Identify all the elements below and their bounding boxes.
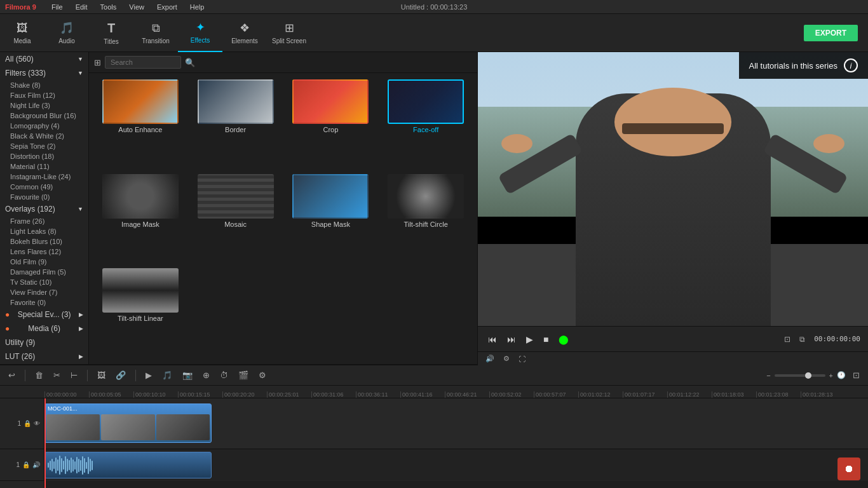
play-timeline-button[interactable]: ▶: [142, 369, 155, 381]
eye-icon[interactable]: 👁: [34, 420, 40, 427]
effect-item-crop[interactable]: Crop: [286, 79, 376, 169]
filter-favourite[interactable]: Favourite (0): [0, 192, 88, 202]
undo-button[interactable]: ↩: [5, 369, 18, 381]
delete-button[interactable]: 🗑: [32, 369, 46, 381]
cut-button[interactable]: ✂: [50, 369, 64, 381]
media-section-header[interactable]: ● Media (6) ▶: [0, 322, 88, 336]
toolbar-effects[interactable]: ✦ Effects: [178, 14, 222, 52]
overlay-tv-static[interactable]: Tv Static (10): [0, 277, 88, 287]
record-bottom-button[interactable]: ⏺: [837, 458, 860, 480]
playhead[interactable]: [44, 398, 46, 488]
toolbar-elements[interactable]: ❖ Elements: [222, 14, 267, 52]
stop-button[interactable]: ■: [541, 332, 551, 347]
wave-bar-17: [80, 460, 81, 471]
menu-edit[interactable]: Edit: [73, 3, 90, 11]
overlay-lens-flares[interactable]: Lens Flares (12): [0, 247, 88, 257]
special-ev-section-header[interactable]: ● Special Ev... (3) ▶: [0, 308, 88, 322]
search-input[interactable]: [105, 56, 181, 69]
lut-section-header[interactable]: LUT (26) ▶: [0, 349, 88, 363]
toolbar-titles[interactable]: T Titles: [89, 14, 133, 52]
menu-export[interactable]: Export: [154, 3, 180, 11]
record-button[interactable]: ⬤: [556, 332, 571, 347]
camera-button[interactable]: 📷: [179, 369, 196, 381]
video-clip[interactable]: MOC-001...: [44, 403, 212, 443]
split-button[interactable]: ⊢: [67, 369, 81, 381]
audio-clip[interactable]: [44, 452, 212, 478]
speed-button[interactable]: ⏱: [217, 369, 231, 381]
effect-item-image-mask[interactable]: Image Mask: [95, 174, 186, 264]
audio-mute-icon[interactable]: 🔊: [32, 461, 40, 468]
filter-timeline-button[interactable]: ⊕: [200, 369, 213, 381]
zoom-fit-button[interactable]: ⊡: [850, 369, 863, 381]
filter-black-white[interactable]: Black & White (2): [0, 131, 88, 141]
filter-faux-film[interactable]: Faux Film (12): [0, 90, 88, 100]
grid-view-icon[interactable]: ⊞: [94, 58, 101, 67]
play-button[interactable]: ▶: [524, 332, 536, 347]
filter-background-blur[interactable]: Background Blur (16): [0, 111, 88, 121]
all-section-header[interactable]: All (560) ▼: [0, 52, 88, 66]
menu-tools[interactable]: Tools: [98, 3, 119, 11]
overlay-damaged-film[interactable]: Damaged Film (5): [0, 267, 88, 277]
filters-section-header[interactable]: Filters (333) ▼: [0, 66, 88, 80]
overlay-old-film[interactable]: Old Film (9): [0, 257, 88, 267]
filter-distortion[interactable]: Distortion (18): [0, 151, 88, 161]
wave-bar-18: [82, 456, 83, 475]
effect-item-tilt-shift-linear[interactable]: Tilt-shift Linear: [95, 268, 186, 358]
filter-shake[interactable]: Shake (8): [0, 80, 88, 90]
filter-material[interactable]: Material (11): [0, 161, 88, 172]
lock-icon[interactable]: 🔒: [24, 420, 31, 427]
ruler-mark-12: 00:01:02:12: [578, 391, 623, 398]
wave-bar-23: [92, 461, 93, 470]
toolbar-titles-label: Titles: [104, 38, 119, 45]
effect-item-tilt-shift-circle[interactable]: Tilt-shift Circle: [381, 174, 471, 264]
export-button[interactable]: EXPORT: [804, 25, 858, 41]
audio-waveform: [45, 452, 211, 478]
add-media-button[interactable]: 🖼: [94, 369, 109, 381]
zoom-slider[interactable]: [775, 374, 825, 377]
menu-view[interactable]: View: [126, 3, 147, 11]
menu-file[interactable]: File: [49, 3, 65, 11]
overlays-section-header[interactable]: Overlays (192) ▼: [0, 202, 88, 216]
toolbar-audio[interactable]: 🎵 Audio: [44, 14, 89, 52]
utility-section-header[interactable]: Utility (9): [0, 336, 88, 349]
audio-lock-icon[interactable]: 🔒: [22, 461, 30, 468]
filter-instagram-like[interactable]: Instagram-Like (24): [0, 172, 88, 182]
left-panel: All (560) ▼ Filters (333) ▼ Shake (8) Fa…: [0, 52, 89, 364]
info-icon[interactable]: i: [844, 58, 858, 72]
search-icon[interactable]: 🔍: [185, 58, 195, 67]
overlay-light-leaks[interactable]: Light Leaks (8): [0, 226, 88, 236]
overlay-frame[interactable]: Frame (26): [0, 216, 88, 226]
settings-button[interactable]: ⚙: [501, 353, 512, 364]
zoom-handle[interactable]: [805, 372, 811, 379]
menu-help[interactable]: Help: [187, 3, 207, 11]
toolbar-separator-3: [135, 370, 136, 381]
toolbar-split-screen[interactable]: ⊞ Split Screen: [267, 14, 311, 52]
ruler-marks: 00:00:00:0000:00:05:0500:00:10:1000:00:1…: [44, 386, 845, 398]
step-back-button[interactable]: ⏭: [505, 332, 519, 347]
effect-item-shape-mask[interactable]: Shape Mask: [286, 174, 376, 264]
filter-lomography[interactable]: Lomography (4): [0, 121, 88, 131]
filter-sepia-tone[interactable]: Sepia Tone (2): [0, 141, 88, 151]
toolbar-media[interactable]: 🖼 Media: [0, 14, 44, 52]
effect-label-4: Image Mask: [121, 220, 159, 228]
toolbar-transition[interactable]: ⧉ Transition: [133, 14, 178, 52]
skip-back-button[interactable]: ⏮: [485, 332, 499, 347]
wave-bar-8: [63, 461, 64, 470]
overlay-bokeh-blurs[interactable]: Bokeh Blurs (10): [0, 236, 88, 247]
effect-item-mosaic[interactable]: Mosaic: [191, 174, 281, 264]
effect-item-border[interactable]: Border: [191, 79, 281, 169]
ruler-mark-11: 00:00:57:07: [534, 391, 578, 398]
motion-button[interactable]: 🎬: [235, 369, 252, 381]
volume-button[interactable]: 🔊: [483, 353, 497, 364]
filter-night-life[interactable]: Night Life (3): [0, 100, 88, 111]
settings-timeline-button[interactable]: ⚙: [255, 369, 269, 381]
fullscreen-button[interactable]: ⛶: [516, 354, 528, 364]
filter-common[interactable]: Common (49): [0, 182, 88, 192]
effect-item-face-off[interactable]: Face-off: [381, 79, 471, 169]
audio-mix-button[interactable]: 🎵: [159, 369, 175, 381]
overlay-favorite[interactable]: Favorite (0): [0, 297, 88, 308]
add-link-button[interactable]: 🔗: [112, 369, 129, 381]
video-clip-thumbnail: [45, 413, 211, 442]
effect-item-auto-enhance[interactable]: Auto Enhance: [95, 79, 186, 169]
overlay-view-finder[interactable]: View Finder (7): [0, 287, 88, 297]
